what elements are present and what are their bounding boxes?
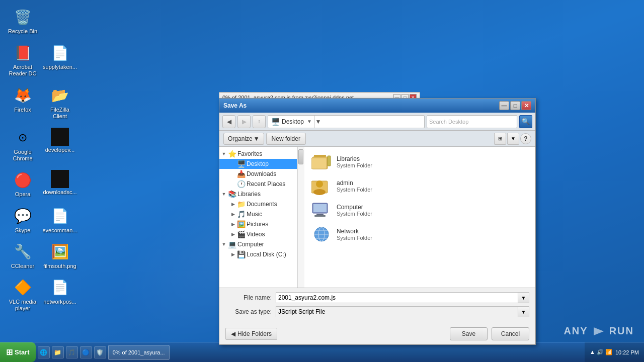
music-expand-icon: ▶ [229, 212, 236, 217]
music-tree-label: Music [246, 211, 296, 218]
admin-file-info: admin System Folder [337, 179, 372, 193]
dialog-minimize-button[interactable]: — [499, 101, 509, 110]
filename-input[interactable] [276, 292, 518, 303]
filename-row: File name: ▼ [225, 292, 529, 303]
desktop-icon-firefox[interactable]: 🦊 Firefox [5, 83, 40, 122]
location-dropdown-button[interactable]: ▼ [314, 116, 322, 128]
hide-folders-arrow-icon: ◀ [231, 330, 235, 337]
save-label: Save [462, 330, 475, 337]
admin-file-type: System Folder [337, 187, 372, 193]
new-folder-button[interactable]: New folder [266, 133, 306, 145]
recent-tree-label: Recent Places [246, 180, 296, 188]
tree-item-videos[interactable]: ▶ 🎬 Videos [219, 229, 297, 239]
save-button[interactable]: Save [450, 327, 488, 340]
desktop-icon-chrome[interactable]: ⊙ Google Chrome [5, 126, 40, 164]
taskbar-window-label: 0% of 2001_asyura... [113, 349, 165, 355]
opera-icon: 🔴 [13, 170, 33, 190]
computer-expand-icon: ▼ [220, 242, 227, 247]
desktop-icon-row-1: 📕 Acrobat Reader DC 📄 supplytaken... [5, 41, 77, 79]
videos-expand-icon: ▶ [229, 232, 236, 237]
taskbar-media-button[interactable]: 🎵 [66, 346, 78, 358]
titlebar-buttons: — □ ✕ [499, 101, 531, 110]
back-button[interactable]: ◀ [222, 115, 235, 128]
filezilla-icon: 📂 [50, 85, 70, 106]
tree-item-documents[interactable]: ▶ 📁 Documents [219, 199, 297, 209]
svg-marker-16 [594, 327, 604, 335]
desktop-icon-row-5: 💬 Skype 📄 evecomman... [5, 204, 77, 236]
desktop-icon-evecomman[interactable]: 📄 evecomman... [42, 204, 77, 236]
dialog-close-button[interactable]: ✕ [521, 101, 531, 110]
desktop-icon-row-6: 🔧 CCleaner 🖼️ filmsouth.png [5, 240, 77, 272]
desktop-icon-ccleaner[interactable]: 🔧 CCleaner [5, 240, 40, 272]
filmsouth-icon: 🖼️ [50, 242, 70, 262]
view-toggle-button[interactable]: ⊞ [494, 133, 506, 145]
desktop-icon-recycle-bin[interactable]: 🗑️ Recycle Bin [5, 5, 40, 37]
vlc-icon: 🔶 [13, 278, 33, 298]
tree-scrollbar[interactable] [297, 147, 304, 288]
location-bar[interactable]: 🖥️ Desktop ▼ ▼ [268, 115, 425, 128]
downloadsc-icon [51, 170, 69, 188]
taskbar-folder-button[interactable]: 📁 [52, 346, 64, 358]
network-file-type: System Folder [337, 235, 372, 241]
documents-icon-tree: 📁 [236, 200, 246, 208]
favorites-icon: ⭐ [227, 150, 236, 158]
desktop-icon-opera[interactable]: 🔴 Opera [5, 168, 40, 200]
desktop-icon-filmsouth[interactable]: 🖼️ filmsouth.png [42, 240, 77, 272]
file-item-computer[interactable]: Computer System Folder [308, 199, 531, 221]
taskbar-shield-button[interactable]: 🛡️ [94, 346, 106, 358]
search-button[interactable]: 🔍 [519, 115, 532, 128]
taskbar-ie-button[interactable]: 🌐 [38, 346, 50, 358]
taskbar-chrome-button[interactable]: 🔵 [80, 346, 92, 358]
help-button[interactable]: ? [520, 133, 531, 144]
filmsouth-label: filmsouth.png [43, 263, 76, 269]
libraries-header[interactable]: ▼ 📚 Libraries [219, 189, 297, 199]
desktop-icon-filezilla[interactable]: 📂 FileZilla Client [42, 83, 77, 122]
taskbar-active-window[interactable]: 0% of 2001_asyura... [108, 345, 170, 360]
view-dropdown-button[interactable]: ▼ [507, 133, 519, 145]
tree-item-music[interactable]: ▶ 🎵 Music [219, 209, 297, 219]
desktop-icon-downloadsc[interactable]: downloadsc... [42, 168, 77, 200]
savetype-input[interactable] [276, 306, 518, 317]
desktop-icon-developev[interactable]: developev... [42, 126, 77, 164]
up-button[interactable]: ↑ [253, 115, 266, 128]
desktop-icon-supplytaken[interactable]: 📄 supplytaken... [42, 41, 77, 79]
savetype-dropdown-button[interactable]: ▼ [518, 306, 529, 317]
computer-header[interactable]: ▼ 💻 Computer [219, 239, 297, 249]
tree-item-pictures[interactable]: ▶ 🖼️ Pictures [219, 219, 297, 229]
filezilla-label: FileZilla Client [44, 107, 75, 120]
desktop-icon-acrobat[interactable]: 📕 Acrobat Reader DC [5, 41, 40, 79]
desktop: 🗑️ Recycle Bin 📕 Acrobat Reader DC 📄 sup… [0, 0, 644, 362]
hide-folders-button[interactable]: ◀ Hide Folders [225, 328, 277, 340]
ccleaner-label: CCleaner [11, 263, 34, 269]
tree-item-desktop[interactable]: 🖥️ Desktop [219, 159, 297, 169]
developev-label: developev... [45, 147, 75, 153]
pictures-icon-tree: 🖼️ [236, 220, 246, 228]
location-text: Desktop [282, 118, 304, 125]
file-item-admin[interactable]: admin System Folder [308, 175, 531, 197]
tree-scroll-thumb [298, 149, 303, 164]
pictures-tree-label: Pictures [246, 221, 296, 228]
search-bar[interactable]: Search Desktop [427, 115, 517, 128]
desktop-icon-networkpos[interactable]: 📄 networkpos... [42, 276, 77, 314]
desktop-icon-skype[interactable]: 💬 Skype [5, 204, 40, 236]
organize-button[interactable]: Organize ▼ [223, 133, 264, 145]
tree-item-recent-places[interactable]: 🕐 Recent Places [219, 179, 297, 189]
savetype-row: Save as type: ▼ [225, 306, 529, 317]
tree-item-localdisk[interactable]: ▶ 💾 Local Disk (C:) [219, 249, 297, 259]
opera-label: Opera [15, 191, 31, 198]
cancel-button[interactable]: Cancel [492, 327, 529, 340]
file-item-libraries[interactable]: Libraries System Folder [308, 151, 531, 173]
desktop-icon-row-7: 🔶 VLC media player 📄 networkpos... [5, 276, 77, 314]
file-item-network[interactable]: Network System Folder [308, 223, 531, 245]
libraries-file-type: System Folder [337, 162, 372, 168]
start-button[interactable]: ⊞ Start [0, 342, 36, 362]
tree-item-downloads[interactable]: 📥 Downloads [219, 169, 297, 179]
favorites-header[interactable]: ▼ ⭐ Favorites [219, 149, 297, 159]
forward-button[interactable]: ▶ [237, 115, 251, 128]
dialog-actions: ◀ Hide Folders Save Cancel [219, 324, 535, 344]
filename-dropdown-button[interactable]: ▼ [518, 292, 529, 303]
dialog-maximize-button[interactable]: □ [510, 101, 520, 110]
desktop-icon-vlc[interactable]: 🔶 VLC media player [5, 276, 40, 314]
taskbar-tray: ▲ 🔊 📶 10:22 PM [585, 342, 644, 362]
desktop-tree-label: Desktop [246, 160, 296, 167]
